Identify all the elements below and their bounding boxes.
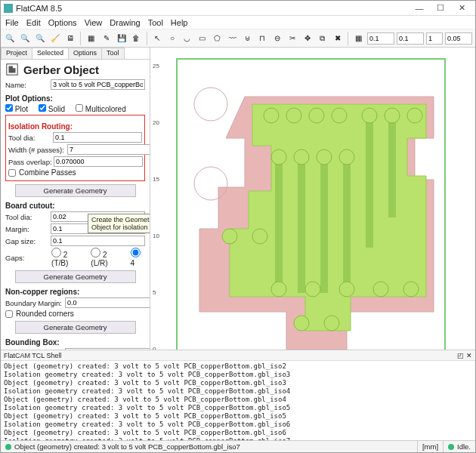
- separator: [80, 32, 81, 45]
- plot-canvas[interactable]: 25 20 15 10 5 0 0 5 10 15 20 25: [150, 48, 475, 350]
- path-icon[interactable]: 〰: [226, 32, 239, 45]
- menu-file[interactable]: File: [5, 18, 19, 27]
- panel-tabs: Project Selected Options Tool: [1, 48, 150, 60]
- bbox-margin-field[interactable]: [65, 348, 150, 350]
- svg-point-9: [286, 108, 301, 123]
- replot-icon[interactable]: 🖥: [64, 32, 77, 45]
- maximize-button[interactable]: ☐: [430, 3, 451, 13]
- subtract-icon[interactable]: ⊖: [271, 32, 284, 45]
- generate-geometry-iso-button[interactable]: Generate Geometry: [15, 184, 136, 197]
- del-icon[interactable]: ✖: [331, 32, 344, 45]
- tool-dia-field[interactable]: [53, 132, 142, 143]
- move-icon[interactable]: ✥: [301, 32, 314, 45]
- svg-point-22: [305, 282, 320, 297]
- tab-options[interactable]: Options: [68, 48, 102, 59]
- tab-project[interactable]: Project: [1, 48, 32, 59]
- pass-overlap-field[interactable]: [54, 156, 143, 167]
- panel-heading: Gerber Object: [23, 63, 99, 76]
- menu-view[interactable]: View: [85, 18, 103, 27]
- statusbar: Object (geometry) created: 3 volt to 5 v…: [1, 440, 475, 452]
- grid-x-input[interactable]: [367, 32, 394, 45]
- svg-point-8: [264, 108, 279, 123]
- menu-drawing[interactable]: Drawing: [110, 18, 140, 27]
- z1-input[interactable]: [426, 32, 443, 45]
- width-passes-label: Width (# passes):: [8, 146, 64, 154]
- tooltip: Create the Geometry Object for isolation…: [88, 214, 150, 233]
- z2-input[interactable]: [445, 32, 472, 45]
- gap-size-field[interactable]: [51, 236, 145, 246]
- name-field[interactable]: [51, 79, 145, 90]
- delete-icon[interactable]: 🗑: [130, 32, 143, 45]
- solid-checkbox[interactable]: Solid: [39, 104, 65, 113]
- gaps-label: Gaps:: [5, 254, 44, 262]
- combine-passes-checkbox[interactable]: Combine Passes: [8, 168, 142, 177]
- menu-options[interactable]: Options: [48, 18, 77, 27]
- plot-options-heading: Plot Options:: [5, 94, 145, 103]
- boundary-margin-field[interactable]: [65, 297, 150, 308]
- grid-icon[interactable]: ▦: [352, 32, 365, 45]
- console-close-icon[interactable]: ✕: [466, 352, 472, 359]
- grid-y-input[interactable]: [397, 32, 424, 45]
- rounded-corners-checkbox[interactable]: Rounded corners: [5, 310, 145, 318]
- generate-geometry-cutout-button[interactable]: Generate Geometry: [15, 270, 136, 283]
- svg-point-19: [222, 229, 237, 244]
- intersect-icon[interactable]: ⊓: [256, 32, 269, 45]
- svg-point-14: [407, 108, 422, 123]
- app-title: FlatCAM 8.5: [16, 4, 409, 13]
- gaps-4-radio[interactable]: 4: [131, 248, 145, 267]
- arc-icon[interactable]: ◡: [181, 32, 194, 45]
- generate-geometry-noncopper-button[interactable]: Generate Geometry: [15, 321, 136, 334]
- cut-path-icon[interactable]: ✂: [286, 32, 299, 45]
- bbox-margin-label: Boundary Margin:: [5, 350, 62, 350]
- tab-tool[interactable]: Tool: [101, 48, 125, 59]
- circle-icon[interactable]: ○: [166, 32, 179, 45]
- svg-point-28: [194, 88, 227, 121]
- svg-point-27: [324, 316, 339, 331]
- app-icon: [4, 4, 13, 13]
- menu-help[interactable]: Help: [171, 18, 188, 27]
- poly-icon[interactable]: ⬠: [211, 32, 224, 45]
- save-geo-icon[interactable]: 💾: [115, 32, 128, 45]
- tool-dia-label: Tool dia:: [8, 134, 50, 142]
- arrow-icon[interactable]: ↖: [151, 32, 164, 45]
- board-cutout-heading: Board cutout:: [5, 202, 145, 210]
- svg-point-25: [403, 282, 419, 297]
- titlebar: FlatCAM 8.5 — ☐ ✕: [1, 1, 475, 16]
- plot-checkbox[interactable]: Plot: [5, 104, 28, 113]
- gap-size-label: Gap size:: [5, 237, 48, 245]
- gerber-icon: [5, 63, 19, 76]
- copy-icon[interactable]: ⧉: [316, 32, 329, 45]
- y-tick: 15: [153, 176, 159, 183]
- width-passes-field[interactable]: [67, 144, 150, 155]
- svg-point-17: [317, 149, 332, 165]
- svg-point-12: [362, 108, 377, 123]
- svg-point-20: [252, 229, 267, 244]
- cutout-tool-dia-label: Tool dia:: [5, 213, 48, 221]
- menu-edit[interactable]: Edit: [26, 18, 41, 27]
- edit-geo-icon[interactable]: ✎: [100, 32, 113, 45]
- multicolored-checkbox[interactable]: Multicolored: [76, 104, 126, 113]
- gaps-2lr-radio[interactable]: 2 (L/R): [91, 248, 122, 267]
- zoom-fit-icon[interactable]: 🔍: [19, 32, 32, 45]
- close-button[interactable]: ✕: [451, 3, 472, 13]
- minimize-button[interactable]: —: [409, 4, 430, 13]
- svg-point-16: [294, 149, 309, 165]
- console-float-icon[interactable]: ◰: [457, 352, 464, 359]
- svg-point-21: [271, 282, 286, 297]
- pcb-render: [158, 51, 460, 350]
- gaps-2tb-radio[interactable]: 2 (T/B): [51, 248, 83, 267]
- svg-point-26: [294, 316, 309, 331]
- union-icon[interactable]: ⊎: [241, 32, 254, 45]
- svg-point-11: [332, 108, 347, 123]
- console-output[interactable]: Object (geometry) created: 3 volt to 5 v…: [1, 361, 475, 440]
- svg-point-23: [339, 282, 354, 297]
- zoom-in-icon[interactable]: 🔍: [34, 32, 47, 45]
- rect-icon[interactable]: ▭: [196, 32, 209, 45]
- new-geo-icon[interactable]: ▦: [85, 32, 97, 45]
- zoom-out-icon[interactable]: 🔍: [4, 32, 17, 45]
- clear-plot-icon[interactable]: 🧹: [49, 32, 62, 45]
- tab-selected[interactable]: Selected: [32, 48, 69, 59]
- menu-tool[interactable]: Tool: [148, 18, 163, 27]
- y-tick: 10: [153, 233, 159, 239]
- svg-point-10: [309, 108, 324, 123]
